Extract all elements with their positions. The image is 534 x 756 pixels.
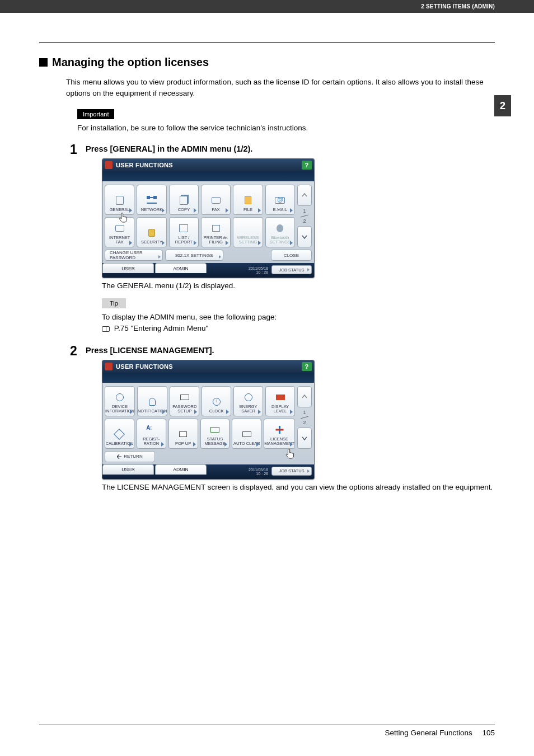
tip-reference: P.75 "Entering Admin Menu" (114, 324, 208, 332)
chevron-up-icon (302, 394, 307, 400)
panel-subheader (102, 171, 314, 181)
important-callout: Important For installation, be sure to f… (39, 109, 495, 132)
job-status-button[interactable]: JOB STATUS (271, 265, 312, 274)
return-arrow-icon (117, 454, 121, 459)
breadcrumb: 2 SETTING ITEMS (ADMIN) (421, 3, 495, 10)
step-number: 2 (70, 345, 86, 358)
timestamp: 2011/05/18 10 : 28 (249, 266, 270, 274)
tile-auto-clear[interactable]: AUTO CLEAR (232, 419, 261, 449)
help-icon[interactable]: ? (302, 161, 312, 170)
footer-section: Setting General Functions (385, 729, 472, 737)
chapter-tab: 2 (494, 95, 511, 116)
tile-wireless-setting[interactable]: WIRELESS SETTING (233, 217, 263, 247)
tile-device-information[interactable]: DEVICE INFORMATION (105, 386, 135, 416)
step-heading: Press [LICENSE MANAGEMENT]. (86, 345, 214, 358)
tab-admin[interactable]: ADMIN (155, 464, 207, 475)
close-button[interactable]: CLOSE (271, 250, 312, 261)
scroll-down-button[interactable] (297, 428, 312, 449)
tile-list-report[interactable]: LIST / REPORT (169, 217, 199, 247)
scroll-up-button[interactable] (297, 386, 312, 407)
step-1-header: 1 Press [GENERAL] in the ADMIN menu (1/2… (70, 143, 495, 156)
tile-email[interactable]: E-MAIL (265, 185, 295, 215)
tile-notification[interactable]: NOTIFICATION (137, 386, 167, 416)
panel-header: USER FUNCTIONS ? (102, 360, 314, 373)
tile-general[interactable]: GENERAL (105, 185, 134, 215)
tile-bluetooth-settings[interactable]: Bluetooth SETTINGS (265, 217, 295, 247)
tab-bar: USER ADMIN 2011/05/18 10 : 28 JOB STATUS (102, 263, 314, 278)
change-user-password-button[interactable]: CHANGE USER PASSWORD (105, 250, 163, 261)
intro-text: This menu allows you to view product inf… (66, 77, 495, 98)
tile-popup[interactable]: POP UP (168, 419, 198, 449)
panel-header: USER FUNCTIONS ? (102, 159, 314, 171)
step-result-text: The LICENSE MANAGEMENT screen is display… (102, 483, 495, 491)
square-bullet-icon (39, 58, 48, 67)
footer-page-number: 105 (482, 729, 495, 737)
page-scroll: 1 2 (297, 185, 312, 247)
page-footer: Setting General Functions 105 (39, 725, 495, 737)
chevron-down-icon (302, 234, 307, 240)
page-content: Managing the option licenses This menu a… (0, 43, 534, 491)
screenshot-panel-1: USER FUNCTIONS ? GENERAL NETWORK COPY FA… (102, 158, 315, 278)
running-header: 2 SETTING ITEMS (ADMIN) (0, 0, 534, 13)
scroll-down-button[interactable] (297, 226, 312, 247)
svg-line-1 (301, 416, 308, 419)
screenshot-panel-2: USER FUNCTIONS ? DEVICE INFORMATION NOTI… (102, 360, 315, 480)
job-status-button[interactable]: JOB STATUS (271, 467, 312, 476)
important-text: For installation, be sure to follow the … (77, 124, 495, 132)
chevron-down-icon (302, 435, 307, 441)
8021x-settings-button[interactable]: 802.1X SETTINGS (165, 250, 223, 261)
tile-display-level[interactable]: DISPLAY LEVEL (265, 386, 295, 416)
tab-bar: USER ADMIN 2011/05/18 10 : 28 JOB STATUS (102, 464, 314, 479)
step-2-header: 2 Press [LICENSE MANAGEMENT]. (70, 345, 495, 358)
book-icon (102, 326, 110, 332)
svg-line-0 (301, 215, 308, 217)
tile-calibration[interactable]: CALIBRATION (105, 419, 134, 449)
help-icon[interactable]: ? (302, 362, 312, 371)
tile-security[interactable]: SECURITY (137, 217, 166, 247)
tile-license-management[interactable]: LICENSE MANAGEMENT (264, 419, 295, 449)
tip-text: To display the ADMIN menu, see the follo… (102, 312, 495, 335)
page-indicator: 1 2 (297, 208, 312, 224)
important-label: Important (77, 109, 114, 119)
app-icon (105, 363, 113, 370)
chevron-up-icon (302, 192, 307, 198)
page-indicator: 1 2 (297, 410, 312, 425)
bottom-button-row: CHANGE USER PASSWORD 802.1X SETTINGS CLO… (102, 250, 314, 263)
tile-grid: GENERAL NETWORK COPY FAX FILE E-MAIL INT… (102, 181, 314, 250)
tile-grid: DEVICE INFORMATION NOTIFICATION PASSWORD… (102, 383, 314, 451)
step-heading: Press [GENERAL] in the ADMIN menu (1/2). (86, 143, 252, 156)
tile-file[interactable]: FILE (233, 185, 263, 215)
panel-title: USER FUNCTIONS (116, 363, 302, 370)
app-icon (105, 161, 113, 169)
tab-user[interactable]: USER (102, 464, 154, 475)
tile-password-setup[interactable]: PASSWORD SETUP (170, 386, 199, 416)
panel-subheader (102, 373, 314, 383)
return-button[interactable]: RETURN (105, 451, 155, 462)
tile-energy-saver[interactable]: ENERGY SAVER (233, 386, 263, 416)
tip-label: Tip (102, 298, 126, 308)
step-result-text: The GENERAL menu (1/2) is displayed. (102, 281, 495, 290)
scroll-up-button[interactable] (297, 185, 312, 206)
tile-status-message[interactable]: STATUS MESSAGE (200, 419, 230, 449)
tile-clock[interactable]: CLOCK (202, 386, 231, 416)
step-1-tip: Tip To display the ADMIN menu, see the f… (102, 298, 495, 335)
section-title: Managing the option licenses (39, 56, 495, 69)
tile-internet-fax[interactable]: INTERNET FAX (105, 217, 134, 247)
tile-copy[interactable]: COPY (169, 185, 199, 215)
tab-admin[interactable]: ADMIN (155, 263, 207, 273)
timestamp: 2011/05/18 10 : 28 (249, 468, 270, 476)
step-1-body: USER FUNCTIONS ? GENERAL NETWORK COPY FA… (102, 158, 495, 290)
step-number: 1 (70, 143, 86, 156)
return-row: RETURN (102, 451, 314, 464)
tile-fax[interactable]: FAX (201, 185, 231, 215)
page-scroll: 1 2 (297, 386, 312, 449)
step-2-body: USER FUNCTIONS ? DEVICE INFORMATION NOTI… (102, 360, 495, 491)
tile-registration[interactable]: REGIST- RATION (137, 419, 166, 449)
tile-network[interactable]: NETWORK (137, 185, 166, 215)
panel-title: USER FUNCTIONS (116, 162, 302, 168)
tab-user[interactable]: USER (102, 263, 154, 273)
tile-printer-efiling[interactable]: PRINTER /e-FILING (201, 217, 231, 247)
